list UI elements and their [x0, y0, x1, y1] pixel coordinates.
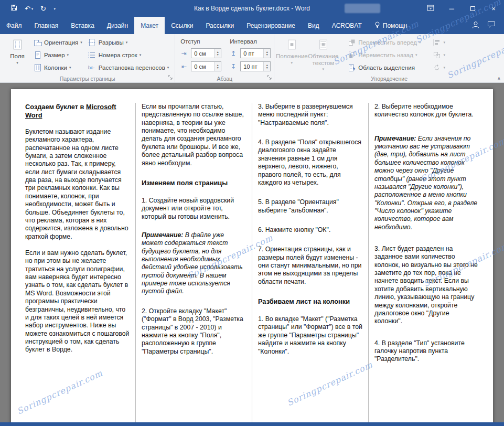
chevron-down-icon: ▾: [443, 40, 445, 45]
maximize-button[interactable]: [462, 0, 483, 17]
indent-left-input[interactable]: 0 см ▲ ▼: [191, 48, 221, 58]
indent-right-input[interactable]: 0 см ▲ ▼: [191, 61, 221, 71]
columns-label: Колонки: [44, 65, 67, 71]
spinner-buttons[interactable]: ▲ ▼: [263, 62, 270, 71]
collapse-ribbon-button[interactable]: ∧: [497, 76, 501, 81]
position-label: Положение: [276, 53, 308, 60]
paragraph: 5. В разделе "Ориентация" выберите "альб…: [258, 198, 362, 215]
hyphenation-button[interactable]: bc- Расстановка переносов ▾: [85, 61, 172, 74]
indent-right-icon: ⇤: [179, 63, 188, 70]
redo-button[interactable]: ↻: [37, 4, 49, 14]
undo-button[interactable]: ↶ ▾: [22, 4, 36, 14]
page-break-icon: [88, 38, 96, 47]
spacing-after-icon: ↧: [229, 63, 238, 70]
spinner-buttons[interactable]: ▲ ▼: [263, 49, 270, 58]
paragraph: 1. Во вкладке "Макет" ("Разметка страниц…: [258, 315, 362, 356]
align-icon: [432, 38, 441, 47]
window-controls: ─ ×: [420, 0, 504, 17]
doc-column-3: 3. Выберите в развернувшемся меню послед…: [252, 103, 368, 422]
tab-view[interactable]: Вид: [302, 17, 326, 34]
bring-forward-button[interactable]: Переместить вперед ▾: [345, 36, 423, 49]
margins-icon: [13, 37, 22, 52]
paragraph: 6. Нажмите кнопку "ОК".: [258, 226, 362, 234]
tab-insert[interactable]: Вставка: [65, 17, 101, 34]
tab-layout[interactable]: Макет: [134, 17, 165, 34]
paragraph: 2. Откройте вкладку "Макет" ("Формат" в …: [142, 307, 246, 356]
orientation-button[interactable]: Ориентация ▾: [30, 36, 85, 49]
align-objects-button[interactable]: ▾: [430, 36, 448, 49]
customize-qat-button[interactable]: ▾: [50, 6, 59, 12]
close-button[interactable]: ×: [483, 0, 504, 17]
chevron-down-icon: ▾: [69, 66, 71, 70]
tab-references[interactable]: Ссылки: [165, 17, 199, 34]
undo-icon: ↶: [25, 5, 30, 13]
chevron-down-icon: ▾: [291, 61, 293, 65]
wrap-text-button[interactable]: Обтекание текстом ▾: [307, 36, 339, 71]
document-page[interactable]: Создаем буклет в Microsoft Word Буклетом…: [11, 89, 493, 422]
word-window: { "titlebar": { "title": "Как в Ворде сд…: [0, 0, 504, 426]
group-label-arrange: Упорядочение: [274, 76, 504, 82]
breaks-button[interactable]: Разрывы ▾: [85, 36, 172, 49]
orientation-icon: [33, 38, 42, 47]
bring-forward-label: Переместить вперед: [358, 39, 417, 46]
indent-left-value: 0 см: [194, 50, 206, 57]
tabbar-right-icons: [471, 17, 504, 34]
doc-note: Примечание: В файле уже может содержатьс…: [142, 231, 246, 296]
indent-right-value: 0 см: [194, 63, 206, 70]
tab-acrobat[interactable]: ACROBAT: [326, 17, 368, 34]
chevron-down-icon: ▾: [54, 7, 56, 10]
page-size-icon: [33, 51, 42, 59]
account-area: [345, 4, 380, 13]
rotate-icon: [432, 63, 441, 72]
doc-heading: Создаем буклет в Microsoft Word: [25, 103, 130, 120]
page-setup-dialog-launcher[interactable]: [167, 74, 174, 81]
spacing-after-input[interactable]: 10 пт ▲ ▼: [240, 61, 271, 71]
title-bar: ↶ ▾ ↻ ▾ Как в Ворде сделать буклет.docx …: [0, 0, 504, 17]
chevron-down-icon: ▾: [167, 66, 169, 70]
comment-icon: [487, 21, 496, 30]
tab-tell-me[interactable]: Помощн: [368, 17, 414, 34]
chevron-down-icon: ▾: [67, 53, 69, 57]
columns-button[interactable]: Колонки ▾: [30, 61, 85, 74]
line-numbers-label: Номера строк: [99, 52, 137, 58]
doc-heading: Изменяем поля страницы: [142, 179, 246, 187]
save-icon: [10, 4, 17, 13]
tab-file[interactable]: Файл: [0, 17, 28, 34]
margins-button[interactable]: Поля ▾: [4, 36, 30, 65]
quick-access-toolbar: ↶ ▾ ↻ ▾: [0, 3, 59, 14]
status-bar: [0, 422, 504, 426]
spacing-before-input[interactable]: 0 пт ▲ ▼: [240, 48, 271, 58]
close-icon: ×: [491, 5, 496, 13]
paragraph-dialog-launcher[interactable]: [266, 74, 273, 81]
size-button[interactable]: Размер ▾: [30, 49, 85, 61]
tab-design[interactable]: Дизайн: [101, 17, 134, 34]
minimize-icon: ─: [449, 5, 454, 13]
group-arrange: Положение ▾ Обтекание текстом ▾ Перемест…: [274, 34, 504, 82]
tab-home[interactable]: Главная: [28, 17, 65, 34]
ribbon-display-options-button[interactable]: [420, 0, 441, 17]
save-button[interactable]: [7, 3, 20, 14]
tab-mailings[interactable]: Рассылки: [199, 17, 240, 34]
account-button[interactable]: [471, 21, 480, 30]
rotate-objects-button[interactable]: ▾: [430, 61, 448, 74]
line-numbers-button[interactable]: Номера строк ▾: [85, 49, 172, 61]
tab-review[interactable]: Рецензирование: [240, 17, 302, 34]
maximize-icon: [470, 6, 475, 11]
chevron-down-icon: ▾: [443, 66, 445, 70]
position-button[interactable]: Положение ▾: [278, 36, 305, 65]
svg-text:bc-: bc-: [88, 65, 95, 70]
selection-pane-button[interactable]: Область выделения: [345, 61, 423, 74]
minimize-button[interactable]: ─: [441, 0, 462, 17]
spacing-before-icon: ↥: [229, 50, 238, 57]
wrap-text-icon: [319, 37, 328, 52]
paragraph: 3. Выберите в развернувшемся меню послед…: [258, 103, 362, 127]
send-backward-icon: [347, 51, 356, 59]
spacing-label: Интервал: [229, 36, 271, 47]
comments-button[interactable]: [487, 21, 496, 30]
spinner-buttons[interactable]: ▲ ▼: [214, 62, 221, 71]
group-objects-button[interactable]: ▾: [430, 49, 448, 61]
size-label: Размер: [44, 52, 65, 58]
send-backward-button[interactable]: Переместить назад ▾: [345, 49, 423, 61]
spinner-buttons[interactable]: ▲ ▼: [214, 49, 221, 58]
doc-note: Примечание: Если значения по умолчанию в…: [374, 135, 479, 231]
